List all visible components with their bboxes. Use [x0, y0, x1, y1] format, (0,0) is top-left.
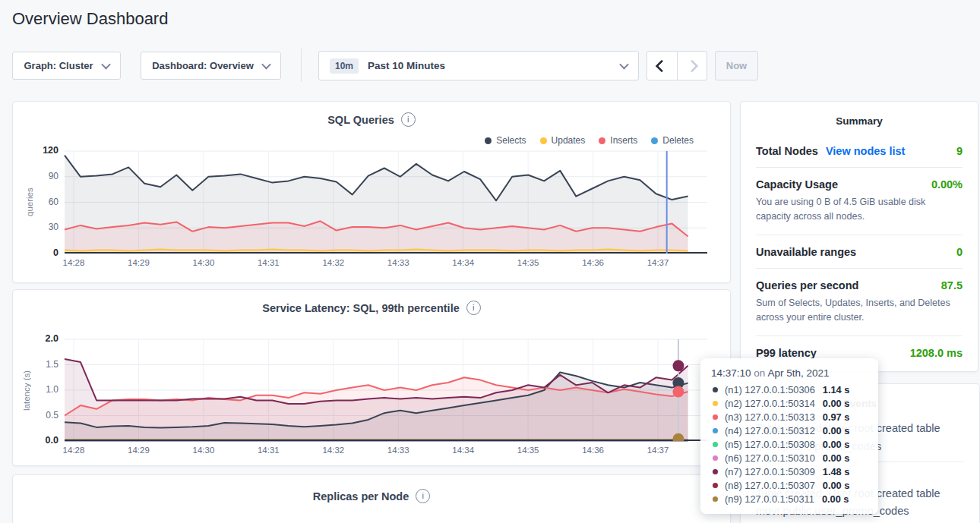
capacity-usage-label: Capacity Usage [756, 178, 838, 191]
tooltip-node-row: (n9) 127.0.0.1:503110.00 s [711, 492, 868, 506]
y-axis-tick: 120 [25, 145, 58, 156]
y-axis-tick: 0.5 [25, 410, 58, 421]
node-color-dot-icon [713, 442, 718, 447]
node-color-dot-icon [713, 428, 718, 433]
toolbar-divider [301, 49, 302, 82]
summary-row-capacity: Capacity Usage 0.00% You are using 0 B o… [756, 167, 963, 235]
x-axis-tick: 14:31 [251, 258, 285, 267]
tooltip-node-row: (n3) 127.0.0.1:503130.97 s [711, 410, 868, 424]
info-icon[interactable]: i [466, 301, 481, 315]
replicas-per-node-chart-card: Replicas per Node i [12, 474, 731, 523]
x-axis-tick: 14:33 [381, 258, 415, 267]
graph-dropdown[interactable]: Graph: Cluster [12, 52, 121, 80]
time-range-label: Past 10 Minutes [368, 60, 445, 71]
chevron-down-icon [261, 60, 271, 70]
node-address: (n6) 127.0.0.1:50310 [725, 452, 815, 464]
chart-title: SQL Queries [327, 114, 394, 126]
node-latency-value: 0.97 s [823, 411, 850, 423]
time-range-badge: 10m [330, 58, 359, 74]
capacity-usage-description: You are using 0 B of 4.5 GiB usable disk… [756, 195, 963, 225]
info-icon[interactable]: i [416, 489, 430, 503]
chevron-left-icon [656, 59, 669, 72]
dashboard-dropdown[interactable]: Dashboard: Overview [141, 52, 281, 80]
chevron-down-icon [101, 60, 111, 70]
node-latency-value: 1.48 s [823, 466, 850, 477]
x-axis-tick: 14:36 [577, 446, 610, 455]
x-axis-tick: 14:37 [641, 258, 675, 267]
legend-dot-icon [540, 137, 547, 144]
chevron-down-icon [619, 60, 629, 70]
total-nodes-value: 9 [956, 145, 963, 157]
chart-hover-tooltip: 14:37:10 on Apr 5th, 2021 (n1) 127.0.0.1… [700, 358, 878, 514]
node-latency-value: 1.14 s [823, 384, 850, 395]
summary-row-unavailable-ranges: Unavailable ranges 0 [756, 235, 963, 268]
prev-timeframe-button[interactable] [647, 52, 678, 80]
legend-item[interactable]: Selects [485, 135, 526, 146]
tooltip-timestamp: 14:37:10 on Apr 5th, 2021 [711, 367, 868, 379]
node-address: (n4) 127.0.0.1:50312 [725, 425, 815, 436]
qps-description: Sum of Selects, Updates, Inserts, and De… [756, 296, 963, 326]
overview-dashboard-page: Overview Dashboard Graph: Cluster Dashbo… [0, 0, 980, 523]
chevron-right-icon [685, 59, 698, 72]
legend-item[interactable]: Deletes [651, 135, 694, 146]
node-latency-value: 0.00 s [822, 493, 849, 505]
time-range-selector[interactable]: 10m Past 10 Minutes [318, 51, 639, 80]
node-color-dot-icon [713, 414, 718, 420]
chart-title: Service Latency: SQL, 99th percentile [262, 302, 460, 314]
y-axis-tick: 60 [25, 197, 58, 207]
service-latency-chart-card: Service Latency: SQL, 99th percentile i … [12, 289, 731, 466]
node-latency-value: 0.00 s [823, 480, 850, 491]
node-latency-value: 0.00 s [823, 439, 850, 450]
x-axis-tick: 14:28 [57, 258, 90, 267]
node-address: (n1) 127.0.0.1:50306 [725, 384, 815, 395]
summary-panel: Summary Total Nodes View nodes list 9 Ca… [740, 101, 978, 372]
x-axis-tick: 14:29 [122, 258, 155, 267]
node-color-dot-icon [713, 469, 718, 474]
node-address: (n8) 127.0.0.1:50307 [725, 480, 815, 491]
summary-row-total-nodes: Total Nodes View nodes list 9 [756, 134, 963, 167]
next-timeframe-button[interactable] [678, 52, 707, 80]
sql-queries-chart[interactable] [65, 151, 707, 254]
x-axis-tick: 14:36 [577, 258, 610, 267]
x-axis-tick: 14:32 [317, 446, 350, 455]
view-nodes-list-link[interactable]: View nodes list [826, 145, 906, 157]
node-color-dot-icon [713, 455, 718, 461]
legend-label: Deletes [662, 135, 694, 146]
node-color-dot-icon [713, 387, 718, 392]
service-latency-chart[interactable] [65, 339, 707, 441]
node-latency-value: 0.00 s [823, 398, 850, 409]
sql-queries-chart-card: SQL Queries i SelectsUpdatesInsertsDelet… [12, 101, 731, 283]
unavailable-ranges-value: 0 [956, 246, 963, 258]
unavailable-ranges-label: Unavailable ranges [756, 246, 856, 258]
node-latency-value: 0.00 s [823, 452, 850, 464]
y-axis-tick: 0 [25, 247, 58, 258]
x-axis-tick: 14:29 [122, 446, 155, 455]
chart-title: Replicas per Node [313, 490, 409, 503]
x-axis-tick: 14:37 [641, 446, 675, 455]
time-nav-group [646, 51, 707, 80]
node-color-dot-icon [713, 496, 718, 502]
y-axis-tick: 30 [25, 222, 58, 232]
legend-item[interactable]: Updates [540, 135, 586, 146]
node-address: (n7) 127.0.0.1:50309 [725, 466, 815, 477]
x-axis-tick: 14:30 [187, 446, 220, 455]
y-axis-tick: 90 [25, 171, 58, 181]
info-icon[interactable]: i [401, 112, 416, 127]
legend-label: Selects [496, 135, 526, 146]
y-axis-tick: 2.0 [25, 333, 58, 344]
tooltip-node-row: (n8) 127.0.0.1:503070.00 s [711, 478, 868, 492]
now-button[interactable]: Now [715, 51, 758, 80]
tooltip-node-row: (n6) 127.0.0.1:503100.00 s [711, 451, 868, 465]
node-address: (n9) 127.0.0.1:50311 [725, 493, 814, 505]
capacity-usage-value: 0.00% [931, 178, 963, 191]
total-nodes-label: Total Nodes [756, 145, 818, 157]
tooltip-node-row: (n2) 127.0.0.1:503140.00 s [711, 396, 868, 410]
node-address: (n3) 127.0.0.1:50313 [725, 411, 815, 423]
tooltip-node-row: (n7) 127.0.0.1:503091.48 s [711, 465, 868, 478]
summary-title: Summary [741, 102, 978, 127]
page-title: Overview Dashboard [12, 9, 168, 29]
graph-dropdown-label: Graph: Cluster [24, 60, 93, 71]
x-axis-tick: 14:34 [447, 446, 480, 455]
legend-item[interactable]: Inserts [599, 135, 637, 146]
x-axis-tick: 14:35 [511, 446, 545, 455]
